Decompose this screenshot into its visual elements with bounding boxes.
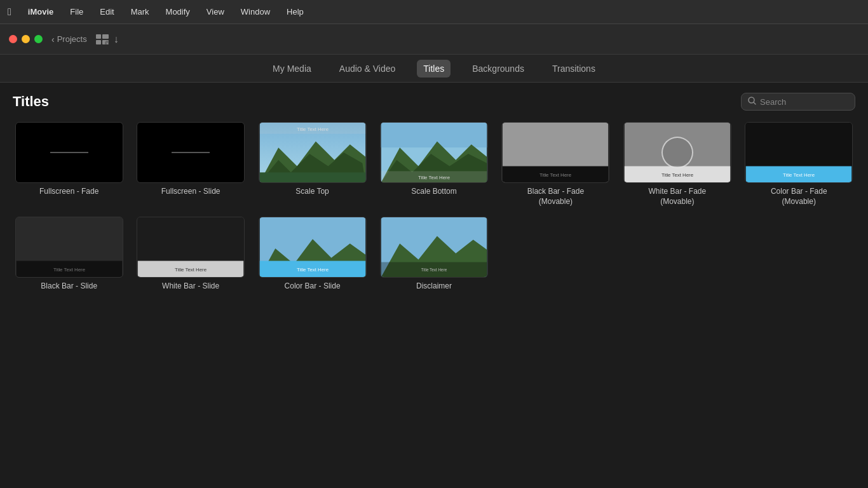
search-input[interactable]: [760, 97, 843, 107]
menu-window[interactable]: Window: [238, 6, 273, 18]
tab-my-media[interactable]: My Media: [266, 60, 318, 78]
menu-help[interactable]: Help: [284, 6, 306, 18]
title-label-fullscreen-fade: Fullscreen - Fade: [39, 187, 98, 197]
minimize-button[interactable]: [22, 35, 30, 43]
svg-text:Title Text Here: Title Text Here: [539, 172, 571, 178]
title-card-color-bar-fade[interactable]: Title Text Here Color Bar - Fade(Movable…: [743, 122, 855, 207]
svg-text:♪: ♪: [106, 41, 109, 44]
title-card-scale-bottom[interactable]: Title Text Here Scale Bottom: [377, 122, 490, 207]
title-label-white-bar-fade: White Bar - Fade(Movable): [649, 187, 707, 207]
title-card-white-bar-slide[interactable]: Title Text Here White Bar - Slide: [134, 217, 247, 292]
menu-modify[interactable]: Modify: [163, 6, 193, 18]
title-bar: ‹ Projects ♪ ↓: [0, 24, 868, 55]
menu-mark[interactable]: Mark: [128, 6, 152, 18]
tab-transitions[interactable]: Transitions: [546, 60, 602, 78]
title-label-color-bar-fade: Color Bar - Fade(Movable): [771, 187, 827, 207]
title-card-color-bar-slide[interactable]: Title Text Here Color Bar - Slide: [256, 217, 369, 292]
thumb-scale-bottom: Title Text Here: [380, 122, 488, 183]
svg-rect-1: [102, 34, 109, 39]
back-button[interactable]: ‹ Projects: [51, 34, 87, 44]
svg-text:Title Text Here: Title Text Here: [53, 267, 85, 273]
search-icon: [748, 97, 756, 107]
svg-text:Title Text Here: Title Text Here: [783, 172, 815, 178]
title-label-scale-top: Scale Top: [295, 187, 329, 197]
title-card-fullscreen-fade[interactable]: Fullscreen - Fade: [13, 122, 125, 207]
title-card-white-bar-fade[interactable]: Title Text Here White Bar - Fade(Movable…: [621, 122, 733, 207]
thumb-scale-top: Title Text Here: [259, 122, 367, 183]
thumb-color-bar-slide: Title Text Here: [259, 217, 367, 278]
svg-text:Title Text Here: Title Text Here: [297, 126, 329, 132]
menu-file[interactable]: File: [67, 6, 86, 18]
title-card-disclaimer[interactable]: Title Text Here Disclaimer: [377, 217, 490, 292]
title-label-white-bar-slide: White Bar - Slide: [162, 281, 219, 292]
svg-line-7: [754, 102, 756, 104]
svg-rect-11: [259, 172, 365, 182]
chevron-left-icon: ‹: [51, 34, 55, 44]
title-label-scale-bottom: Scale Bottom: [411, 187, 456, 197]
download-button[interactable]: ↓: [114, 34, 119, 45]
title-label-black-bar-slide: Black Bar - Slide: [41, 281, 97, 292]
title-card-scale-top[interactable]: Title Text Here Scale Top: [256, 122, 369, 207]
svg-rect-15: [381, 123, 487, 147]
maximize-button[interactable]: [34, 35, 43, 43]
thumb-white-bar-fade: Title Text Here: [623, 122, 731, 183]
menu-imovie[interactable]: iMovie: [25, 6, 56, 18]
thumb-disclaimer: Title Text Here: [380, 217, 488, 278]
search-bar[interactable]: [741, 93, 855, 111]
back-label: Projects: [57, 34, 87, 44]
thumb-fullscreen-slide: [137, 122, 245, 183]
thumb-color-bar-fade: Title Text Here: [745, 122, 853, 183]
title-label-disclaimer: Disclaimer: [416, 281, 452, 292]
close-button[interactable]: [9, 35, 17, 43]
thumb-black-bar-slide: Title Text Here: [15, 217, 123, 278]
section-title: Titles: [13, 93, 49, 110]
titles-grid: Fullscreen - Fade Fullscreen - Slide: [13, 122, 855, 292]
title-label-black-bar-fade: Black Bar - Fade(Movable): [527, 187, 584, 207]
traffic-lights: [9, 35, 43, 43]
tab-audio-video[interactable]: Audio & Video: [333, 60, 402, 78]
title-label-fullscreen-slide: Fullscreen - Slide: [161, 187, 220, 197]
svg-text:Title Text Here: Title Text Here: [175, 267, 207, 273]
apple-logo-icon: : [8, 6, 11, 18]
svg-rect-2: [96, 40, 101, 44]
menu-view[interactable]: View: [204, 6, 227, 18]
view-toggle-button[interactable]: ♪: [96, 34, 109, 44]
svg-text:Title Text Here: Title Text Here: [297, 267, 329, 273]
svg-text:Title Text Here: Title Text Here: [418, 175, 450, 180]
title-card-black-bar-slide[interactable]: Title Text Here Black Bar - Slide: [13, 217, 125, 292]
nav-tabs: My Media Audio & Video Titles Background…: [0, 55, 868, 83]
content-area: Titles Fullscreen - Fade Fullscreen -: [0, 83, 868, 488]
title-card-black-bar-fade[interactable]: Title Text Here Black Bar - Fade(Movable…: [499, 122, 612, 207]
tab-titles[interactable]: Titles: [417, 60, 451, 78]
svg-rect-0: [96, 34, 101, 39]
thumb-black-bar-fade: Title Text Here: [501, 122, 609, 183]
menu-edit[interactable]: Edit: [97, 6, 116, 18]
content-header: Titles: [13, 93, 855, 111]
thumb-white-bar-slide: Title Text Here: [137, 217, 245, 278]
svg-text:Title Text Here: Title Text Here: [421, 268, 447, 272]
title-card-fullscreen-slide[interactable]: Fullscreen - Slide: [134, 122, 247, 207]
svg-text:Title Text Here: Title Text Here: [661, 172, 693, 178]
tab-backgrounds[interactable]: Backgrounds: [466, 60, 531, 78]
title-label-color-bar-slide: Color Bar - Slide: [285, 281, 341, 292]
thumb-fullscreen-fade: [15, 122, 123, 183]
menu-bar:  iMovie File Edit Mark Modify View Wind…: [0, 0, 868, 24]
